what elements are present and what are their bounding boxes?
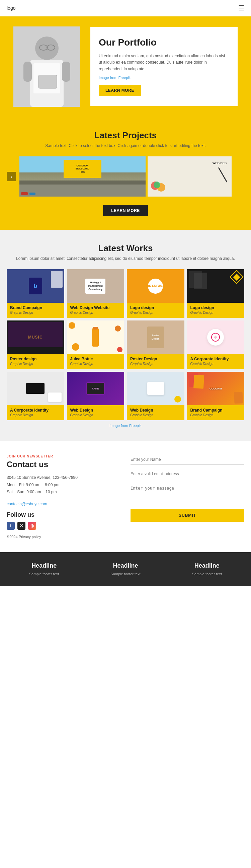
footer-headline-3: Headline <box>170 562 244 569</box>
footer-headline-1: Headline <box>7 562 81 569</box>
work-card-web3: FAKE Web Design Graphic Design <box>67 372 125 420</box>
twitter-icon[interactable]: ✕ <box>18 522 25 530</box>
projects-slider: ‹ OUTDOORBILLBOARDHIRE <box>7 156 244 196</box>
work-category-logo1: Graphic Design <box>130 311 181 314</box>
work-title-corporate2: A Corporate Identity <box>10 408 61 412</box>
message-input[interactable] <box>130 483 244 503</box>
footer-col-3: Headline Sample footer text <box>170 562 244 576</box>
footer-text-1: Sample footer text <box>7 572 81 576</box>
facebook-icon[interactable]: f <box>7 522 15 530</box>
work-card-brand2: COLORSI Brand Campaign Graphic Design <box>187 372 245 420</box>
work-img-logo1: ORANGINA <box>127 269 184 303</box>
work-title-juice: Juice Bottle <box>70 356 121 361</box>
latest-works-section: Latest Works Lorem ipsum dolor sit amet,… <box>0 230 251 441</box>
hamburger-menu[interactable]: ☰ <box>238 4 244 12</box>
works-credit-prefix: Image from <box>109 424 129 428</box>
slider-images: OUTDOORBILLBOARDHIRE WEB DES <box>20 156 231 196</box>
work-info-web3: Web Design Graphic Design <box>67 405 125 420</box>
name-input[interactable] <box>130 455 244 465</box>
hero-learn-more-button[interactable]: LEARN MORE <box>99 85 141 96</box>
work-category-corporate1: Graphic Design <box>190 362 241 366</box>
works-credit-source: Freepik <box>129 424 142 428</box>
contact-section: JOIN OUR NEWSLETTER Contact us 3045 10 S… <box>0 441 251 552</box>
work-img-juice <box>67 320 125 354</box>
hero-title: Our Portfolio <box>99 37 229 48</box>
newsletter-label: JOIN OUR NEWSLETTER <box>7 455 121 458</box>
footer-col-1: Headline Sample footer text <box>7 562 81 576</box>
work-title-logo2: Logo design <box>190 305 241 310</box>
hero-image <box>13 27 80 107</box>
hero-credit-prefix: Image from <box>99 76 119 80</box>
work-img-corporate2 <box>7 372 64 405</box>
work-info-corporate2: A Corporate Identity Graphic Design <box>7 405 64 420</box>
work-category-web4: Graphic Design <box>130 413 181 417</box>
svg-rect-8 <box>24 62 32 82</box>
contact-inner: JOIN OUR NEWSLETTER Contact us 3045 10 S… <box>7 455 244 539</box>
work-info-poster: Poster design Graphic Design <box>7 354 64 369</box>
address-line: 3045 10 Sunrize Avenue, 123-456-7890 <box>7 474 121 482</box>
work-category-logo2: Graphic Design <box>190 311 241 314</box>
work-img-poster: MUSIC <box>7 320 64 354</box>
footer-headline-2: Headline <box>88 562 163 569</box>
contact-form: SUBMIT <box>130 455 244 522</box>
work-img-brand2: COLORSI <box>187 372 245 405</box>
svg-rect-9 <box>62 62 70 82</box>
footer-text-3: Sample footer text <box>170 572 244 576</box>
work-category-poster2: Graphic Design <box>130 362 181 366</box>
slider-image-billboard: OUTDOORBILLBOARDHIRE <box>20 156 146 196</box>
projects-learn-more-wrapper: LEARN MORE <box>7 205 244 216</box>
contact-right: SUBMIT <box>130 455 244 539</box>
instagram-icon[interactable]: ◎ <box>28 522 36 530</box>
work-info-brand2: Brand Campaign Graphic Design <box>187 405 245 420</box>
work-title-web4: Web Design <box>130 408 181 412</box>
projects-learn-more-button[interactable]: LEARN MORE <box>103 205 148 216</box>
hero-description: Ut enim ad minim veniam, quis nostrud ex… <box>99 53 229 72</box>
work-img-brand: b <box>7 269 64 303</box>
hours-line1: Mon – Fri: 9:00 am – 8:00 pm, <box>7 482 121 489</box>
latest-projects-title: Latest Projects <box>7 130 244 141</box>
work-category-web: Graphic Design <box>70 311 121 314</box>
submit-button[interactable]: SUBMIT <box>130 509 244 522</box>
works-image-credit: Image from Freepik <box>7 424 244 428</box>
slider-left-arrow[interactable]: ‹ <box>7 172 16 181</box>
latest-projects-section: Latest Projects Sample text. Click to se… <box>0 117 251 230</box>
work-category-brand2: Graphic Design <box>190 413 241 417</box>
contact-email[interactable]: contacts@esbnyc.com <box>7 502 47 506</box>
footer: Headline Sample footer text Headline Sam… <box>0 552 251 586</box>
work-category-juice: Graphic Design <box>70 362 121 366</box>
work-card-web4: Web Design Graphic Design <box>127 372 184 420</box>
work-card-corporate2: A Corporate Identity Graphic Design <box>7 372 64 420</box>
svg-rect-7 <box>38 75 57 88</box>
work-card-brand-campaign: b Brand Campaign Graphic Design <box>7 269 64 318</box>
works-grid: b Brand Campaign Graphic Design Strategy… <box>7 269 244 420</box>
work-img-web: Strategy & ManagementConsultancy <box>67 269 125 303</box>
contact-address: 3045 10 Sunrize Avenue, 123-456-7890 Mon… <box>7 474 121 496</box>
work-info-logo1: Logo design Graphic Design <box>127 303 184 318</box>
hero-credit-source: Freepik <box>119 76 131 80</box>
work-img-logo2 <box>187 269 245 303</box>
work-card-logo-design-1: ORANGINA Logo design Graphic Design <box>127 269 184 318</box>
work-card-logo-design-2: Logo design Graphic Design <box>187 269 245 318</box>
work-info-web4: Web Design Graphic Design <box>127 405 184 420</box>
footer-col-2: Headline Sample footer text <box>88 562 163 576</box>
hero-content: Our Portfolio Ut enim ad minim veniam, q… <box>90 27 238 106</box>
work-info-web: Web Design Website Graphic Design <box>67 303 125 318</box>
work-card-poster: MUSIC Poster design Graphic Design <box>7 320 64 369</box>
copyright: ©2024 Privacy policy <box>7 535 121 539</box>
work-img-web3: FAKE <box>67 372 125 405</box>
work-card-poster2: PosterDesign Poster Design Graphic Desig… <box>127 320 184 369</box>
work-img-poster2: PosterDesign <box>127 320 184 354</box>
work-title-brand: Brand Campaign <box>10 305 61 310</box>
work-category-poster: Graphic Design <box>10 362 61 366</box>
work-card-corporate1: A Corporate Identity Graphic Design <box>187 320 245 369</box>
work-info-juice: Juice Bottle Graphic Design <box>67 354 125 369</box>
hero-section: Our Portfolio Ut enim ad minim veniam, q… <box>0 17 251 117</box>
latest-works-subtitle: Lorem ipsum dolor sit amet, consectetur … <box>7 256 244 261</box>
work-title-corporate1: A Corporate Identity <box>190 356 241 361</box>
slider-image-webdes: WEB DES <box>148 156 231 196</box>
work-category-web3: Graphic Design <box>70 413 121 417</box>
email-input[interactable] <box>130 469 244 479</box>
work-category-corporate2: Graphic Design <box>10 413 61 417</box>
logo: logo <box>7 5 15 11</box>
hero-image-credit: Image from Freepik <box>99 76 229 80</box>
